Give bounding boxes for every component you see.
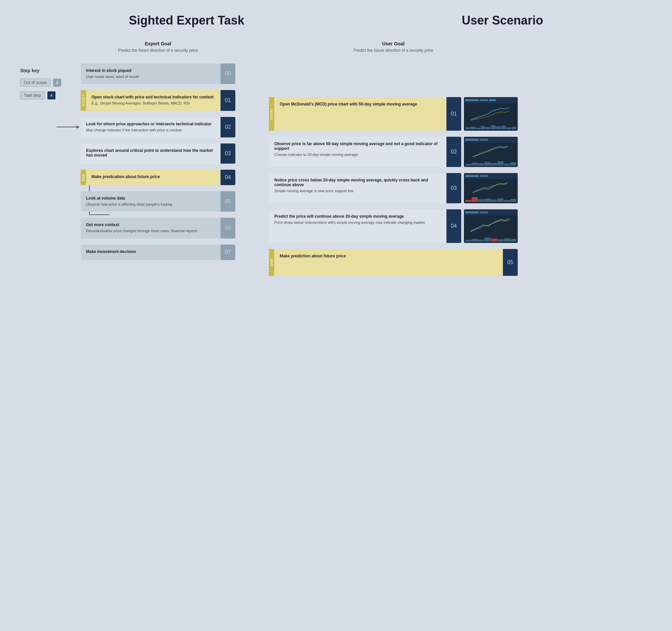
expert-step-01: START Open stock chart with price and te… [81,90,235,110]
expert-step-01-title: Open stock chart with price and technica… [92,95,215,99]
key-item-out-of-scope: Out of scope # [20,79,74,87]
expert-step-03-number: 03 [220,144,235,163]
expert-step-00-desc: User reads news, word of mouth [86,74,215,79]
user-step-04-desc: Price drops below (intersections with) s… [274,220,441,225]
expert-step-02-number: 02 [220,117,235,137]
user-step-02-screenshot [464,137,518,167]
user-step-01: START Open McDonald's (MCD) price chart … [269,97,518,131]
user-step-01-title: Open McDonald's (MCD) price chart with 5… [280,102,441,106]
user-step-05-title: Make prediction about future price [280,254,498,258]
expert-goal-text: Predict the future direction of a securi… [81,48,235,53]
expert-step-04: END Make predication about future price … [81,170,235,185]
key-item-task-step: Task step # [20,92,74,99]
expert-step-02-title: Look for where price approaches or inter… [86,122,215,126]
step-key-panel: Step key Out of scope # Task step # [20,41,74,282]
expert-step-05-number: 05 [220,191,235,212]
user-step-02-title: Observe price is far above 50-day simple… [274,142,441,151]
expert-step-00: Interest in stock piqued User reads news… [81,64,235,84]
user-step-01-screenshot [464,97,518,131]
step-02-arrow [56,125,79,129]
expert-step-04-side-label: END [81,170,86,185]
expert-step-04-number: 04 [220,170,235,185]
user-section-title: User Scenario [462,14,543,28]
expert-step-06: Get more context Recontextualize price c… [81,218,235,238]
expert-step-00-title: Interest in stock piqued [86,68,215,73]
expert-step-01-number: 01 [220,90,235,110]
key-task-step-badge: # [47,92,55,99]
user-step-05-number: 05 [503,249,518,276]
expert-step-03-title: Explores chart around critical point to … [86,148,215,158]
user-step-04-screenshot [464,209,518,243]
user-step-01-number: 01 [447,97,461,131]
expert-step-04-title: Make predication about future price [92,174,215,179]
user-section: User Goal Predict the future direction o… [262,41,524,282]
user-step-02: Observe price is far above 50-day simple… [269,137,518,167]
expert-step-01-desc: E.g., Simple Moving Averages, Bollinger … [92,101,215,106]
expert-step-05: Look at volume data Observe how price is… [81,191,235,212]
user-goal-text: Predict the future direction of a securi… [269,48,518,53]
expert-step-06-desc: Recontextualize price changes through mo… [86,228,215,233]
key-task-step-label: Task step [20,92,45,99]
expert-step-07-number: 07 [220,245,235,260]
expert-step-03: Explores chart around critical point to … [81,144,235,163]
user-step-04: Predict the price will continue above 20… [269,209,518,243]
user-step-02-desc: Change indicator to 20-day simple moving… [274,152,441,157]
user-step-04-number: 04 [447,209,461,243]
key-out-of-scope-badge: # [53,79,61,87]
user-step-05: END Make prediction about future price 0… [269,249,518,276]
expert-step-01-side-label: START [81,90,86,110]
user-step-03-screenshot [464,173,518,203]
user-step-04-title: Predict the price will continue above 20… [274,214,441,219]
expert-section-title: Sighted Expert Task [129,14,244,28]
step-key-title: Step key [20,68,74,73]
user-step-03-number: 03 [447,173,461,203]
key-out-of-scope-label: Out of scope [20,79,50,87]
user-step-03: Notice price cross below 20-day simple m… [269,173,518,203]
expert-step-05-title: Look at volume data [86,196,215,201]
user-step-01-side-label: START [269,97,274,131]
user-step-03-title: Notice price cross below 20-day simple m… [274,178,441,187]
expert-step-07: Make investment decision 07 [81,245,235,260]
expert-step-06-number: 06 [220,218,235,238]
expert-step-06-title: Get more context [86,222,215,227]
expert-step-05-desc: Observe how price is affecting other peo… [86,202,215,207]
expert-goal: Expert Goal Predict the future direction… [81,41,235,53]
user-goal: User Goal Predict the future direction o… [269,41,518,53]
expert-flow: Interest in stock piqued User reads news… [81,64,235,260]
expert-step-02-desc: May change indicator if the interaction … [86,128,215,133]
user-step-02-number: 02 [447,137,461,167]
expert-step-07-title: Make investment decision [86,249,215,254]
expert-step-02: Look for where price approaches or inter… [81,117,235,137]
expert-section: Expert Goal Predict the future direction… [74,41,242,282]
expert-step-00-number: 00 [220,64,235,84]
user-step-05-side-label: END [269,249,274,276]
expert-goal-title: Expert Goal [81,41,235,46]
user-step-03-desc: Simple moving average is new price suppo… [274,188,441,194]
user-goal-title: User Goal [269,41,518,46]
